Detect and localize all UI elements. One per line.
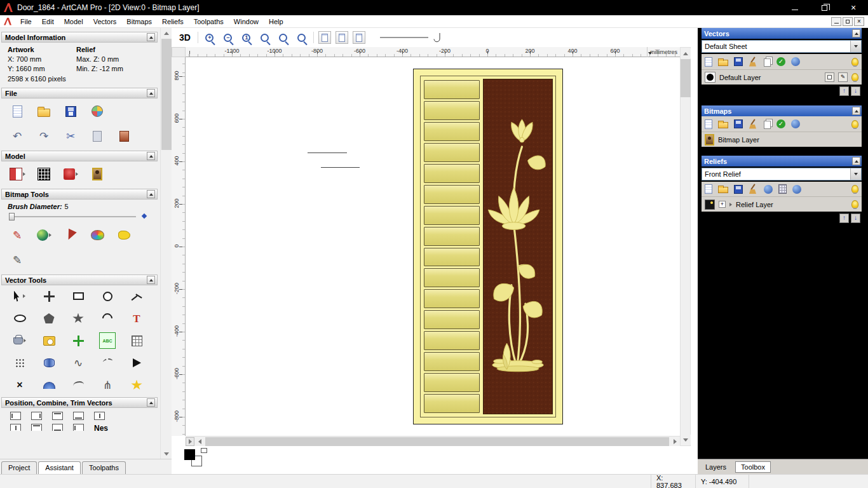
toggle-all-visibility-icon[interactable] (851, 120, 858, 128)
extrude-tool-icon[interactable] (41, 355, 57, 371)
pane-split-button[interactable] (186, 437, 194, 446)
scroll-down-button[interactable] (161, 449, 172, 459)
copy-bitmap-layer-icon[interactable] (764, 121, 771, 129)
save-relief-icon[interactable] (734, 185, 743, 194)
offset-vectors-icon[interactable] (11, 332, 28, 349)
close-button[interactable]: × (839, 0, 868, 15)
menu-edit[interactable]: Edit (37, 16, 59, 27)
draw-tool-icon[interactable]: ✎ (9, 252, 25, 268)
merge-relief-layers-icon[interactable] (749, 184, 758, 194)
undo-icon[interactable]: ↶ (9, 128, 25, 144)
vertical-scrollbar[interactable] (680, 47, 691, 446)
zoom-in-icon[interactable]: + (203, 30, 217, 44)
bitmap-options-icon[interactable] (776, 119, 785, 128)
scrollbar-thumb[interactable] (681, 59, 691, 97)
mdi-close-button[interactable]: × (854, 17, 864, 26)
polyline-tool-icon[interactable] (128, 288, 145, 304)
view-3d-button[interactable]: 3D (179, 32, 191, 43)
collapse-button[interactable] (147, 190, 155, 198)
weld-icon[interactable] (31, 424, 42, 431)
new-vector-layer-icon[interactable] (705, 57, 712, 67)
layer-visibility-icon[interactable] (851, 200, 858, 208)
open-vectors-icon[interactable] (718, 60, 728, 66)
paint-selective-icon[interactable] (36, 227, 52, 243)
open-relief-icon[interactable] (718, 187, 728, 193)
colour-picker-icon[interactable] (62, 227, 79, 243)
menu-model[interactable]: Model (59, 16, 88, 27)
check-vectors-icon[interactable] (776, 57, 785, 66)
load-bitmap-image-icon[interactable] (89, 166, 105, 182)
align-top-icon[interactable] (52, 412, 63, 420)
open-model-icon[interactable] (36, 103, 52, 119)
vector-layer-row[interactable]: Default Layer ✎ (702, 69, 862, 85)
set-model-size-icon[interactable] (9, 166, 25, 182)
circle-tool-icon[interactable] (99, 288, 116, 304)
trim-curve-icon[interactable] (99, 355, 116, 371)
zoom-fit-icon[interactable] (276, 30, 290, 44)
ellipse-tool-icon[interactable] (11, 310, 28, 327)
menu-bitmaps[interactable]: Bitmaps (121, 16, 157, 27)
dropdown-arrow-icon[interactable] (49, 233, 51, 237)
tab-toolbox[interactable]: Toolbox (735, 461, 771, 473)
collapse-button[interactable] (147, 152, 155, 160)
model-stamp-icon[interactable] (62, 166, 79, 182)
slider-thumb[interactable] (9, 213, 15, 220)
sheet-select[interactable]: Default Sheet (702, 40, 862, 53)
block-copy-icon[interactable] (11, 355, 28, 371)
zoom-100-icon[interactable]: 1 (240, 30, 254, 44)
sketch-line-1[interactable] (308, 152, 347, 153)
star-tool-icon[interactable] (70, 310, 86, 327)
snap-layer-icon[interactable] (825, 72, 834, 82)
dropdown-button[interactable] (850, 168, 861, 180)
new-bitmap-layer-icon[interactable] (705, 119, 712, 129)
move-layer-down-button[interactable]: ↓ (851, 214, 860, 223)
redo-icon[interactable]: ↷ (36, 128, 52, 144)
drawing-viewport[interactable] (186, 57, 680, 436)
save-bitmap-icon[interactable] (734, 119, 743, 128)
merge-layers-icon[interactable] (749, 57, 758, 67)
vector-wizard-icon[interactable] (128, 377, 145, 393)
toggle-preview-icon[interactable] (353, 31, 365, 44)
menu-toolpaths[interactable]: Toolpaths (189, 16, 229, 27)
minimize-button[interactable] (780, 0, 810, 15)
scroll-down-button[interactable] (681, 435, 691, 445)
flood-fill-icon[interactable] (116, 227, 132, 243)
save-vectors-icon[interactable] (734, 57, 743, 66)
bitmap-settings-icon[interactable] (791, 119, 800, 128)
relief-settings-icon[interactable] (792, 185, 801, 194)
transform-vectors-icon[interactable] (41, 288, 57, 304)
bitmap-layer-row[interactable]: Bitmap Layer (702, 132, 862, 147)
align-left-icon[interactable] (10, 412, 21, 420)
menu-vectors[interactable]: Vectors (88, 16, 122, 27)
text-tool-icon[interactable]: T (128, 310, 145, 327)
save-model-icon[interactable] (62, 103, 79, 119)
join-vectors-icon[interactable] (128, 355, 145, 371)
paste-icon[interactable] (89, 128, 105, 144)
collapse-button[interactable] (852, 107, 860, 115)
delete-vectors-icon[interactable]: × (11, 377, 28, 393)
collapse-button[interactable] (852, 29, 860, 37)
collapse-button[interactable] (147, 33, 155, 41)
combine-icon[interactable] (10, 424, 21, 431)
calculate-relief-icon[interactable] (778, 184, 787, 194)
mdi-minimize-button[interactable] (831, 17, 841, 26)
dropdown-arrow-icon[interactable] (24, 339, 26, 342)
toggle-all-visibility-icon[interactable] (851, 185, 858, 193)
collapse-button[interactable] (147, 398, 155, 407)
open-bitmap-icon[interactable] (718, 122, 728, 128)
subtract-icon[interactable] (52, 424, 63, 431)
fit-curve-icon[interactable] (70, 377, 86, 393)
menu-window[interactable]: Window (229, 16, 264, 27)
toggle-all-visibility-icon[interactable] (851, 58, 858, 66)
layer-colour-chip[interactable] (705, 72, 715, 83)
menu-file[interactable]: File (15, 16, 37, 27)
rectangle-tool-icon[interactable] (70, 288, 86, 304)
menu-help[interactable]: Help (264, 16, 288, 27)
edit-layer-icon[interactable]: ✎ (838, 72, 848, 82)
palette-icon[interactable] (89, 227, 105, 243)
zoom-object-icon[interactable] (258, 30, 272, 44)
dropdown-button[interactable] (850, 41, 861, 52)
relief-layer-row[interactable]: + Relief Layer (702, 196, 862, 212)
sketch-line-2[interactable] (321, 167, 360, 168)
zoom-out-icon[interactable]: − (221, 30, 235, 44)
